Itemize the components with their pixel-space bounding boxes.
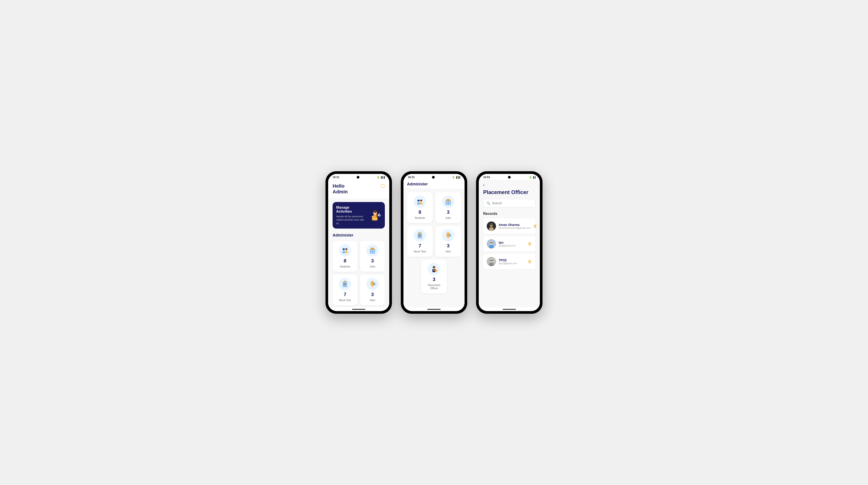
records-title: Records	[483, 212, 535, 216]
alert-count: 3	[371, 292, 374, 297]
jobs-stat-card[interactable]: 3 Jobs	[360, 241, 385, 272]
placement-officer-title: Placement Officer	[483, 189, 535, 195]
svg-rect-64	[435, 270, 437, 272]
phone-2: 16:31 🔋 ▐▐▐ Administer	[401, 171, 467, 314]
svg-rect-65	[435, 269, 437, 270]
svg-point-55	[417, 234, 418, 235]
students-stat-card[interactable]: 8 Students	[333, 241, 358, 272]
p2-students-label: Students	[414, 216, 425, 220]
svg-rect-22	[371, 252, 372, 253]
battery-icon-2: 🔋	[452, 176, 455, 179]
p2-alert-label: Alert	[445, 250, 451, 253]
svg-point-68	[489, 227, 494, 231]
svg-point-56	[417, 235, 418, 236]
avatar-tpo	[487, 239, 496, 249]
tpo2-email: tpo2@gmail.com	[499, 262, 525, 265]
svg-rect-51	[419, 232, 421, 233]
svg-point-32	[343, 285, 344, 285]
logout-icon[interactable]: ⬡	[381, 183, 385, 189]
tpo2-name: TPO2	[499, 258, 525, 262]
svg-rect-24	[371, 247, 374, 248]
time-1: 16:31	[333, 176, 339, 179]
hello-line2: Admin	[333, 189, 348, 195]
svg-rect-27	[344, 283, 346, 284]
manage-card-text: Manage Activities Handle all the placeme…	[336, 205, 366, 225]
svg-rect-9	[380, 215, 381, 216]
svg-rect-53	[418, 235, 421, 236]
phone-3: 10:53 🔋 ▐▐ ‹ Placement Officer 🔍 R	[476, 171, 542, 314]
mocktest-label: Mock Test	[339, 299, 351, 302]
search-input[interactable]	[492, 201, 532, 205]
signal-icon: ▐▐▐	[380, 176, 385, 179]
svg-point-5	[373, 210, 377, 213]
phone2-stats-row-3: 3 Placement Officer	[407, 259, 461, 293]
svg-point-74	[489, 263, 494, 266]
svg-point-57	[417, 236, 418, 237]
search-box[interactable]: 🔍	[483, 199, 535, 207]
p2-placement-stat-card[interactable]: 3 Placement Officer	[421, 259, 447, 293]
manage-activities-card[interactable]: Manage Activities Handle all the placeme…	[333, 202, 385, 229]
status-icons-1: 🔋 ▐▐▐	[377, 176, 385, 179]
svg-text:!: !	[374, 284, 374, 285]
svg-rect-46	[446, 201, 447, 202]
students-count: 8	[344, 258, 346, 264]
svg-rect-49	[449, 203, 450, 204]
back-button[interactable]: ‹	[483, 180, 535, 189]
avatar-aman	[487, 222, 496, 231]
status-bar-3: 10:53 🔋 ▐▐	[479, 174, 540, 180]
svg-point-71	[489, 245, 494, 249]
p2-mocktest-label: Mock Test	[414, 250, 426, 253]
p2-mocktest-icon	[414, 229, 426, 241]
students-icon	[339, 244, 351, 257]
signal-icon-3: ▐▐	[532, 176, 535, 179]
alert-stat-card[interactable]: ! 3 Alert	[360, 274, 385, 305]
stats-row-2: 7 Mock Test !	[333, 274, 385, 305]
jobs-icon	[366, 244, 379, 257]
aman-delete-button[interactable]: 🗑	[533, 224, 537, 229]
svg-point-31	[343, 284, 344, 285]
manage-card-title: Manage Activities	[336, 205, 366, 214]
svg-rect-48	[446, 203, 447, 204]
tpo-info: tpo tpo@gmail.com	[499, 241, 525, 247]
svg-rect-54	[418, 236, 420, 237]
tpo2-delete-button[interactable]: 🗑	[528, 259, 532, 264]
signal-icon-2: ▐▐▐	[456, 176, 460, 179]
manage-illustration	[366, 207, 381, 223]
administer-header: Administer	[407, 182, 461, 187]
battery-icon: 🔋	[377, 176, 380, 179]
p2-mocktest-stat-card[interactable]: 7 Mock Test	[407, 226, 433, 257]
screen3-content: ‹ Placement Officer 🔍 Records	[479, 180, 540, 307]
tpo-delete-button[interactable]: 🗑	[528, 241, 532, 246]
aman-info: Aman Sharma amansharma123@gmail.com	[499, 223, 531, 229]
camera-hole-2	[432, 176, 435, 179]
svg-rect-26	[344, 281, 346, 282]
svg-rect-45	[446, 199, 450, 201]
svg-text:!: !	[450, 235, 450, 237]
jobs-count: 3	[371, 258, 374, 264]
alert-label: Alert	[370, 299, 375, 302]
svg-rect-44	[445, 200, 451, 205]
svg-rect-28	[344, 284, 346, 285]
p2-placement-count: 3	[433, 277, 435, 282]
svg-point-42	[417, 202, 420, 205]
status-bar-1: 16:31 🔋 ▐▐▐	[328, 174, 389, 180]
screen2-header: Administer	[403, 180, 465, 189]
p2-students-count: 8	[418, 209, 421, 215]
p2-jobs-count: 3	[447, 209, 450, 215]
svg-point-33	[372, 286, 373, 287]
phone2-stats-row-1: 8 Students	[407, 192, 461, 223]
jobs-label: Jobs	[370, 265, 375, 268]
p2-placement-icon	[428, 263, 440, 275]
aman-email: amansharma123@gmail.com	[499, 227, 531, 229]
p2-alert-icon: !	[442, 229, 454, 241]
mocktest-stat-card[interactable]: 7 Mock Test	[333, 274, 358, 305]
students-label: Students	[340, 265, 350, 268]
p2-jobs-stat-card[interactable]: 3 Jobs	[435, 192, 461, 223]
p2-alert-stat-card[interactable]: ! 3 Alert	[435, 226, 461, 257]
svg-rect-8	[379, 213, 380, 216]
p2-students-stat-card[interactable]: 8 Students	[407, 192, 433, 223]
alert-icon: !	[366, 278, 379, 290]
svg-point-43	[420, 202, 423, 205]
p2-jobs-icon	[442, 196, 454, 208]
p2-alert-count: 3	[447, 243, 450, 249]
